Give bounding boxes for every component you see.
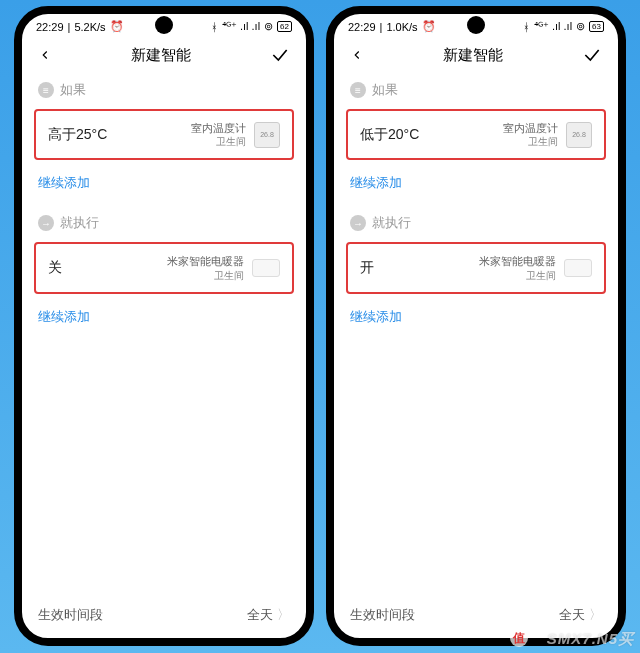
condition-device: 室内温度计 (503, 121, 558, 135)
signal-icon: ⁴ᴳ⁺ .ıl .ıl (534, 20, 572, 33)
condition-text: 低于20°C (360, 126, 419, 144)
confirm-button[interactable] (270, 45, 290, 65)
alarm-icon: ⏰ (110, 20, 124, 33)
camera-notch (467, 16, 485, 34)
chevron-right-icon: 〉 (277, 607, 290, 622)
back-button[interactable] (350, 48, 364, 62)
wifi-icon: ⊚ (264, 20, 273, 33)
battery-icon: 62 (277, 21, 292, 32)
phone-left: 22:29 | 5.2K/s ⏰ ᚼ ⁴ᴳ⁺ .ıl .ıl ⊚ 62 新建智能 (14, 6, 314, 646)
then-label: 就执行 (60, 214, 99, 232)
phone-right: 22:29 | 1.0K/s ⏰ ᚼ ⁴ᴳ⁺ .ıl .ıl ⊚ 63 新建智能 (326, 6, 626, 646)
then-add-button[interactable]: 继续添加 (334, 298, 618, 342)
then-badge-icon: → (350, 215, 366, 231)
net-speed: 5.2K/s (74, 21, 105, 33)
net-speed: 1.0K/s (386, 21, 417, 33)
clock: 22:29 (36, 21, 64, 33)
if-label: 如果 (60, 81, 86, 99)
wifi-icon: ⊚ (576, 20, 585, 33)
page-title: 新建智能 (131, 46, 191, 65)
then-action-card[interactable]: 开 米家智能电暖器 卫生间 (346, 242, 606, 293)
effective-time-value: 全天 (247, 607, 273, 622)
page-title: 新建智能 (443, 46, 503, 65)
then-section-header: → 就执行 (334, 208, 618, 238)
thermometer-icon: 26.8 (566, 122, 592, 148)
nav-bar: 新建智能 (334, 35, 618, 75)
chevron-right-icon: 〉 (589, 607, 602, 622)
effective-time-label: 生效时间段 (350, 606, 415, 624)
thermometer-icon: 26.8 (254, 122, 280, 148)
condition-text: 高于25°C (48, 126, 107, 144)
effective-time-label: 生效时间段 (38, 606, 103, 624)
battery-icon: 63 (589, 21, 604, 32)
then-action-card[interactable]: 关 米家智能电暖器 卫生间 (34, 242, 294, 293)
then-add-button[interactable]: 继续添加 (22, 298, 306, 342)
action-text: 关 (48, 259, 62, 277)
confirm-button[interactable] (582, 45, 602, 65)
action-device: 米家智能电暖器 (479, 254, 556, 268)
if-section-header: ≡ 如果 (22, 75, 306, 105)
action-room: 卫生间 (167, 269, 244, 282)
alarm-icon: ⏰ (422, 20, 436, 33)
if-condition-card[interactable]: 高于25°C 室内温度计 卫生间 26.8 (34, 109, 294, 160)
then-badge-icon: → (38, 215, 54, 231)
camera-notch (155, 16, 173, 34)
action-device: 米家智能电暖器 (167, 254, 244, 268)
bluetooth-icon: ᚼ (211, 21, 218, 33)
action-text: 开 (360, 259, 374, 277)
effective-time-row[interactable]: 生效时间段 全天 〉 (22, 592, 306, 638)
condition-room: 卫生间 (191, 135, 246, 148)
then-section-header: → 就执行 (22, 208, 306, 238)
bluetooth-icon: ᚼ (523, 21, 530, 33)
if-add-button[interactable]: 继续添加 (22, 164, 306, 208)
back-button[interactable] (38, 48, 52, 62)
watermark-badge: 值 (510, 629, 528, 647)
if-badge-icon: ≡ (38, 82, 54, 98)
if-label: 如果 (372, 81, 398, 99)
condition-room: 卫生间 (503, 135, 558, 148)
then-label: 就执行 (372, 214, 411, 232)
action-room: 卫生间 (479, 269, 556, 282)
heater-icon (564, 259, 592, 277)
if-add-button[interactable]: 继续添加 (334, 164, 618, 208)
condition-device: 室内温度计 (191, 121, 246, 135)
watermark-text: SMX7.N5买 (547, 630, 634, 649)
heater-icon (252, 259, 280, 277)
signal-icon: ⁴ᴳ⁺ .ıl .ıl (222, 20, 260, 33)
effective-time-value: 全天 (559, 607, 585, 622)
nav-bar: 新建智能 (22, 35, 306, 75)
if-section-header: ≡ 如果 (334, 75, 618, 105)
clock: 22:29 (348, 21, 376, 33)
if-condition-card[interactable]: 低于20°C 室内温度计 卫生间 26.8 (346, 109, 606, 160)
if-badge-icon: ≡ (350, 82, 366, 98)
